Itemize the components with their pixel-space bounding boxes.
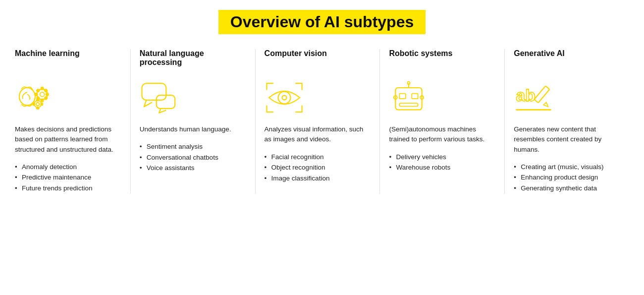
bullets-robotics: Delivery vehicles Warehouse robots	[389, 152, 495, 173]
col-header-genai: Generative AI	[514, 49, 620, 71]
robot-icon	[389, 80, 429, 115]
column-machine-learning: Machine learning	[15, 49, 131, 194]
bullet-nlp-2: Conversational chatbots	[140, 152, 246, 163]
column-genai: Generative AI ab Generates new content t…	[505, 49, 629, 194]
bullet-cv-2: Object recognition	[265, 162, 371, 173]
description-robotics: (Semi)autonomous machines trained to per…	[389, 124, 495, 145]
bullet-genai-2: Enhancing product design	[514, 172, 620, 183]
description-genai: Generates new content that resembles con…	[514, 124, 620, 155]
description-cv: Analyzes visual information, such as ima…	[265, 124, 371, 145]
svg-point-11	[34, 101, 41, 108]
svg-rect-4	[41, 99, 43, 101]
bullet-ml-3: Future trends prediction	[15, 183, 121, 194]
svg-rect-3	[41, 87, 43, 89]
col-header-ml: Machine learning	[15, 49, 121, 71]
col-header-robotics: Robotic systems	[389, 49, 495, 71]
col-header-nlp: Natural language processing	[140, 49, 246, 71]
svg-rect-15	[33, 103, 35, 105]
svg-rect-10	[45, 97, 48, 100]
pencil-text-icon: ab	[514, 80, 553, 115]
svg-rect-30	[535, 86, 550, 103]
svg-rect-6	[46, 93, 48, 95]
bullet-genai-1: Creating art (music, visuals)	[514, 162, 620, 173]
bullets-genai: Creating art (music, visuals) Enhancing …	[514, 162, 620, 194]
svg-point-2	[40, 92, 45, 97]
svg-rect-17	[142, 83, 166, 100]
svg-rect-24	[400, 94, 406, 99]
svg-point-22	[408, 82, 410, 84]
svg-rect-5	[35, 93, 37, 95]
bullet-robotics-1: Delivery vehicles	[389, 152, 495, 163]
bullets-cv: Facial recognition Object recognition Im…	[265, 152, 371, 184]
svg-point-20	[282, 96, 286, 100]
svg-text:ab: ab	[516, 86, 536, 105]
svg-point-12	[36, 103, 39, 106]
bullets-ml: Anomaly detection Predictive maintenance…	[15, 162, 121, 194]
bullets-nlp: Sentiment analysis Conversational chatbo…	[140, 141, 246, 174]
svg-point-19	[278, 92, 290, 104]
svg-rect-16	[41, 103, 43, 105]
column-nlp: Natural language processing Understands …	[131, 49, 256, 194]
column-robotics: Robotic systems (Semi)autonomous machine…	[380, 49, 505, 194]
chat-bubbles-icon	[140, 80, 179, 115]
icon-area-cv	[265, 78, 371, 118]
svg-rect-14	[37, 107, 39, 109]
svg-rect-26	[400, 103, 418, 106]
eye-scan-icon	[265, 80, 304, 115]
bullet-robotics-2: Warehouse robots	[389, 162, 495, 173]
bullet-nlp-3: Voice assistants	[140, 163, 246, 174]
bullet-cv-1: Facial recognition	[265, 152, 371, 163]
page-title: Overview of AI subtypes	[218, 10, 426, 34]
bullet-ml-2: Predictive maintenance	[15, 172, 121, 183]
bullet-genai-3: Generating synthetic data	[514, 183, 620, 194]
svg-rect-7	[37, 89, 40, 92]
description-ml: Makes decisions and predictions based on…	[15, 124, 121, 155]
bullet-ml-1: Anomaly detection	[15, 162, 121, 173]
icon-area-robotics	[389, 78, 495, 118]
icon-area-ml	[15, 78, 121, 118]
svg-rect-9	[45, 89, 48, 92]
icon-area-genai: ab	[514, 78, 620, 118]
brain-gears-icon	[15, 80, 54, 115]
svg-rect-25	[412, 94, 418, 99]
svg-rect-13	[37, 99, 39, 101]
description-nlp: Understands human language.	[140, 124, 246, 134]
col-header-cv: Computer vision	[265, 49, 371, 71]
icon-area-nlp	[140, 78, 246, 118]
bullet-cv-3: Image classification	[265, 173, 371, 184]
bullet-nlp-1: Sentiment analysis	[140, 141, 246, 152]
column-cv: Computer vision Analyzes visual informat…	[256, 49, 380, 194]
columns-container: Machine learning	[15, 49, 629, 194]
